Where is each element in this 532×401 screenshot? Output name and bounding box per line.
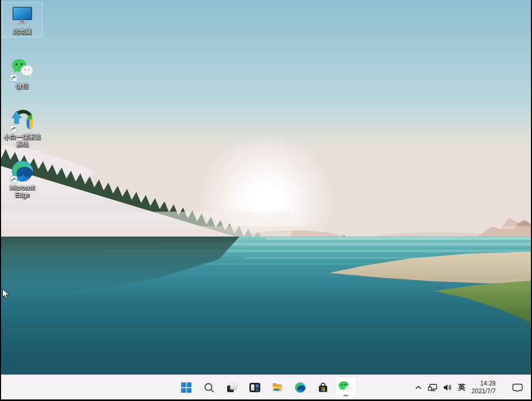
- microsoft-store-button[interactable]: [313, 377, 333, 398]
- chevron-up-icon: [414, 383, 423, 392]
- input-language-indicator[interactable]: 英: [455, 377, 468, 398]
- desktop-icon-label: 此电脑: [13, 28, 32, 35]
- desktop-icon-xiaobai-reinstall[interactable]: 小白一键重装系统: [2, 108, 43, 149]
- shortcut-arrow-icon: [10, 74, 17, 81]
- clock-time: 14:28: [471, 380, 496, 388]
- search-button[interactable]: [199, 377, 219, 398]
- wechat-icon: [11, 58, 34, 81]
- edge-icon: [295, 382, 306, 393]
- task-view-icon: [226, 382, 237, 393]
- notification-center-button[interactable]: [509, 377, 526, 398]
- task-view-button[interactable]: [221, 377, 242, 398]
- screen: 此电脑 微信: [0, 0, 532, 401]
- desktop-icon-microsoft-edge[interactable]: Microsoft Edge: [2, 159, 43, 200]
- edge-icon: [11, 160, 34, 183]
- widgets-icon: [249, 382, 261, 393]
- edge-button[interactable]: [290, 377, 311, 398]
- wechat-taskbar-button[interactable]: [335, 377, 356, 398]
- volume-button[interactable]: [440, 377, 455, 398]
- taskbar-center-group: [176, 375, 356, 399]
- microsoft-store-icon: [317, 382, 329, 393]
- clock[interactable]: 14:28 2021/7/7: [468, 377, 500, 398]
- show-hidden-icons-button[interactable]: [412, 377, 425, 398]
- shortcut-arrow-icon: [10, 176, 17, 183]
- windows-start-icon: [180, 382, 192, 393]
- desktop-icon-label: 小白一键重装系统: [3, 133, 42, 148]
- wechat-icon: [338, 381, 354, 394]
- system-tray: 英 14:28 2021/7/7: [412, 375, 529, 399]
- file-explorer-button[interactable]: [267, 377, 288, 398]
- desktop-icon-wechat[interactable]: 微信: [2, 57, 43, 91]
- notification-icon: [512, 383, 523, 393]
- desktop-icon-label: Microsoft Edge: [3, 184, 42, 199]
- widgets-button[interactable]: [244, 377, 265, 398]
- this-pc-icon: [11, 4, 34, 26]
- clock-date: 2021/7/7: [471, 388, 496, 395]
- running-indicator: [343, 395, 348, 396]
- file-explorer-icon: [272, 382, 283, 393]
- ethernet-network-icon: [428, 383, 438, 392]
- taskbar: 英 14:28 2021/7/7: [1, 375, 531, 399]
- network-button[interactable]: [425, 377, 440, 398]
- xiaobai-reinstall-icon: [11, 109, 34, 132]
- start-button[interactable]: [176, 377, 197, 398]
- speaker-volume-icon: [443, 383, 452, 392]
- shortcut-arrow-icon: [10, 125, 17, 132]
- desktop-icon-label: 微信: [16, 82, 29, 90]
- search-icon: [204, 382, 215, 393]
- wallpaper: [1, 0, 531, 375]
- desktop[interactable]: 此电脑 微信: [1, 0, 531, 375]
- desktop-icon-this-pc[interactable]: 此电脑: [2, 2, 43, 37]
